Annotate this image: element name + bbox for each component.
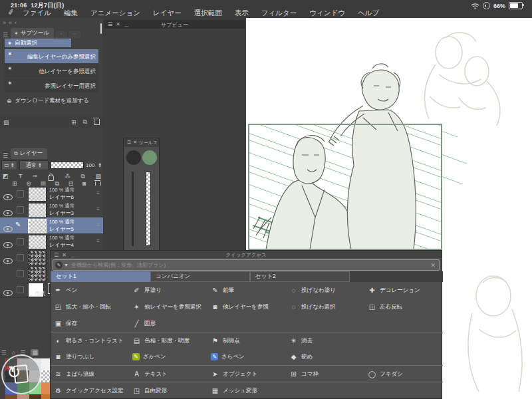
quick-access-item[interactable]: ✎鉛筆 — [207, 282, 286, 299]
quick-access-item[interactable]: ◰拡大・縮小・回転 — [51, 299, 129, 315]
menu-item-7[interactable]: ウィンドウ — [309, 9, 345, 18]
quick-access-item-label: ざかペン — [143, 353, 166, 361]
opacity-stepper[interactable]: ▲▼ — [98, 162, 102, 168]
collapse-icon[interactable]: « — [9, 19, 15, 26]
drag-handle-icon[interactable]: ≡ — [96, 238, 100, 244]
tab-subtool[interactable]: ✶ サブツール — [11, 28, 54, 39]
blend-mode-select[interactable]: 通常▲▼ — [19, 160, 49, 170]
layer-checkbox[interactable] — [17, 270, 24, 277]
collapse-icon[interactable]: » — [3, 19, 9, 26]
tab-extra-2[interactable]: ◦ — [68, 31, 80, 39]
quick-access-item[interactable]: ⚙クイックアクセス設定 — [51, 382, 129, 399]
visibility-toggle[interactable] — [3, 287, 13, 299]
quick-access-item[interactable]: ◐明るさ・コントラスト — [51, 332, 129, 349]
add-icon[interactable]: ⊞ — [71, 119, 76, 126]
menu-item-0[interactable]: ファイル — [23, 9, 51, 18]
layer-thumbnail[interactable] — [28, 251, 47, 265]
quick-access-item[interactable]: ✎ざかペン — [129, 348, 207, 365]
tab-コンパニオン[interactable]: コンパニオン — [150, 271, 250, 282]
delete-icon[interactable] — [94, 119, 100, 125]
layer-thumbnail[interactable] — [28, 219, 47, 233]
menu-icon[interactable]: ☰ — [1, 349, 7, 356]
clear-search-icon[interactable]: ✕ — [430, 262, 436, 269]
quick-access-row: ⚙クイックアクセス設定◳自由変形▦メッシュ変形 — [51, 382, 443, 399]
quick-access-item[interactable]: ◫左右反転 — [364, 299, 443, 315]
quick-access-item[interactable]: ◙他レイヤーを参照 — [207, 299, 286, 315]
quick-access-item[interactable]: ➤オブジェクト — [207, 366, 286, 382]
edit-settings-icon[interactable]: ▨ — [3, 119, 9, 126]
quick-access-item[interactable]: ⚑制御点 — [207, 332, 286, 349]
color-swatch[interactable] — [5, 394, 17, 399]
tab-セット1[interactable]: セット1 — [51, 271, 150, 282]
main-color-swatch[interactable] — [126, 150, 141, 165]
menu-item-5[interactable]: 表示 — [235, 9, 249, 18]
color-swatch[interactable] — [29, 394, 41, 399]
drag-handle-icon[interactable]: ≡ — [96, 206, 100, 212]
menu-item-8[interactable]: ヘルプ — [358, 9, 379, 18]
quick-access-item[interactable]: ◆硬め — [286, 348, 364, 365]
quick-access-item[interactable]: ╱図形 — [129, 315, 207, 332]
brush-size-slider[interactable] — [132, 172, 134, 246]
drag-handle-icon[interactable]: ≡ — [96, 222, 100, 228]
quick-access-item[interactable]: ✒ペン — [51, 282, 129, 299]
subtool-item[interactable]: ✶編集レイヤーのみ参照選択 — [5, 49, 98, 63]
quick-access-item[interactable]: ◌投げなわ塗り — [286, 282, 364, 299]
opacity-slider[interactable] — [51, 162, 84, 169]
layer-row[interactable]: 100 % 通常レイヤー3≡ — [0, 201, 103, 218]
grid-icon[interactable]: ▦ — [31, 349, 39, 356]
tab-extra-1[interactable]: ◦ — [55, 31, 67, 39]
layer-thumbnail[interactable] — [28, 203, 47, 217]
layer-checkbox[interactable] — [17, 286, 24, 293]
layer-row[interactable]: ✎100 % 通常レイヤー5≡ — [0, 217, 103, 234]
color-swatch[interactable] — [17, 394, 29, 399]
layer-checkbox[interactable] — [17, 190, 24, 198]
quick-access-item[interactable]: ✳消去 — [286, 332, 364, 349]
quick-access-item[interactable]: ◙塗りつぶし — [51, 348, 129, 365]
quick-access-item[interactable]: ✶他レイヤーを参照選択 — [129, 299, 207, 315]
chevron-down-icon[interactable]: ▼ — [64, 263, 68, 267]
layer-checkbox[interactable] — [17, 206, 24, 213]
layer-thumbnail[interactable] — [28, 187, 47, 201]
menu-item-2[interactable]: アニメーション — [90, 9, 140, 18]
menu-icon[interactable]: ☰ — [0, 152, 11, 159]
duplicate-icon[interactable]: ⧉ — [83, 118, 87, 126]
quick-access-item[interactable]: ▦メッシュ変形 — [207, 382, 286, 399]
collapse-icon[interactable]: ‹ — [15, 19, 19, 26]
quick-access-item[interactable]: Aテキスト — [129, 366, 207, 382]
wand-icon: ✶ — [132, 303, 141, 311]
layer-thumbnail[interactable] — [28, 267, 47, 281]
menu-item-1[interactable]: 編集 — [64, 9, 78, 18]
quick-access-item[interactable]: ◯フキダシ — [364, 366, 443, 382]
menu-icon[interactable]: ☰ — [0, 32, 11, 39]
quick-access-item[interactable]: ✎さらペン — [207, 348, 286, 365]
quick-access-item[interactable]: ⊞コマ枠 — [286, 366, 364, 382]
tab-セット2[interactable]: セット2 — [250, 271, 350, 282]
quick-access-item[interactable]: ✐厚塗り — [129, 282, 207, 299]
layer-row[interactable]: 100 % 通常レイヤー6≡ — [0, 186, 103, 202]
menu-item-3[interactable]: レイヤー — [153, 9, 182, 18]
quick-access-item[interactable]: ≋まばら流線 — [51, 366, 129, 382]
download-materials-button[interactable]: ⊕ ダウンロード素材を追加する — [7, 97, 100, 105]
current-subtool-group[interactable]: ✶ 自動選択 — [5, 39, 71, 47]
layer-checkbox[interactable] — [17, 254, 24, 261]
drag-handle-icon[interactable]: ≡ — [96, 190, 100, 196]
quick-access-item[interactable]: ✚デコレーション — [364, 282, 443, 299]
layer-row[interactable]: 100 % 通常レイヤー4≡ — [0, 233, 103, 250]
menu-item-6[interactable]: フィルター — [261, 9, 297, 18]
edge-keyboard-button[interactable]: ↻ — [1, 354, 41, 394]
quick-access-item[interactable]: ▣保存 — [51, 315, 129, 332]
subtool-item[interactable]: ✶参照レイヤー用選択 — [5, 78, 98, 92]
subtool-item[interactable]: ✶他レイヤーを参照選択 — [5, 64, 98, 78]
opacity-vertical-slider[interactable] — [146, 172, 151, 246]
sub-color-swatch[interactable] — [142, 150, 157, 165]
menu-item-4[interactable]: 選択範囲 — [194, 9, 222, 18]
thumbnail-size-control[interactable]: ▭▲▼ — [1, 160, 17, 170]
search-input[interactable]: ✎ ▼ 全機能から検索(例：変形、油彩ブラシ) ✕ — [53, 259, 440, 271]
layer-thumbnail[interactable] — [28, 235, 47, 249]
tab-layer[interactable]: ⧉ レイヤー — [11, 148, 47, 159]
layer-checkbox[interactable] — [17, 238, 24, 245]
quick-access-item[interactable]: ◳自由変形 — [129, 382, 207, 399]
panel-collapse-rail[interactable]: »«‹ — [3, 19, 19, 26]
quick-access-item[interactable]: ▤色相・彩度・明度 — [129, 332, 207, 349]
quick-access-item[interactable]: ◌投げなわ選択 — [286, 299, 364, 315]
